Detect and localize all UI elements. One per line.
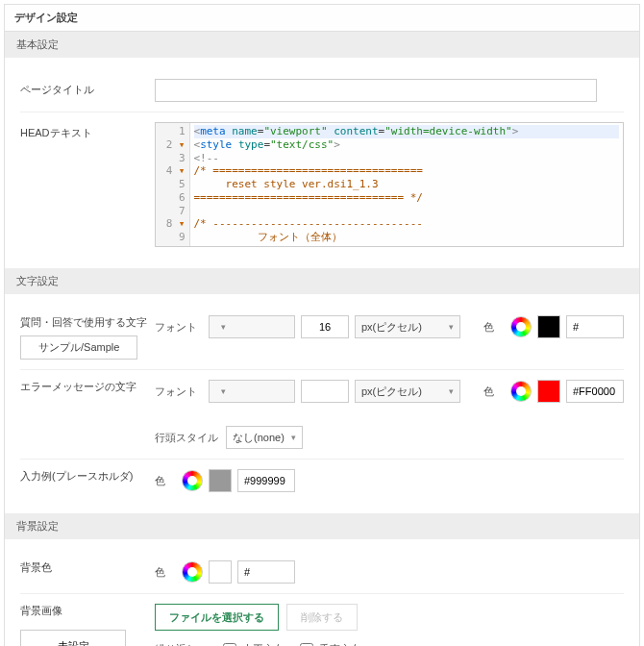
qa-color-hex-input[interactable] bbox=[566, 315, 624, 338]
color-wheel-icon[interactable] bbox=[510, 381, 532, 402]
qa-font-unit-select[interactable]: px(ピクセル) bbox=[355, 315, 460, 338]
ph-color-hex-input[interactable] bbox=[237, 469, 295, 492]
code-body[interactable]: <meta name="viewport" content="width=dev… bbox=[190, 123, 624, 246]
error-font-size-input[interactable] bbox=[301, 380, 349, 403]
repeat-v-label: 垂直方向 bbox=[319, 642, 361, 646]
color-wheel-icon[interactable] bbox=[182, 470, 203, 491]
font-sublabel: フォント bbox=[155, 385, 197, 399]
error-color-hex-input[interactable] bbox=[566, 380, 624, 403]
error-font-unit-select[interactable]: px(ピクセル) bbox=[355, 380, 460, 403]
error-font-family-select[interactable] bbox=[209, 380, 295, 403]
section-bg-header: 背景設定 bbox=[5, 513, 639, 539]
qa-font-size-input[interactable] bbox=[301, 315, 349, 338]
head-text-editor[interactable]: 12 ▾34 ▾5678 ▾91011 ▾ <meta name="viewpo… bbox=[155, 122, 624, 247]
panel-title: デザイン設定 bbox=[5, 5, 639, 32]
bg-color-swatch[interactable] bbox=[209, 560, 232, 584]
ph-color-swatch[interactable] bbox=[209, 469, 232, 492]
repeat-h-label: 水平方向 bbox=[242, 642, 285, 646]
qa-color-swatch[interactable] bbox=[537, 315, 560, 338]
qa-font-family-select[interactable] bbox=[209, 315, 295, 338]
repeat-h-checkbox[interactable] bbox=[223, 643, 236, 647]
qa-color-label: 色 bbox=[483, 320, 499, 335]
repeat-v-checkbox[interactable] bbox=[300, 643, 313, 647]
bg-color-label: 背景色 bbox=[20, 560, 155, 575]
bgc-color-label: 色 bbox=[155, 565, 170, 580]
section-text-header: 文字設定 bbox=[5, 268, 639, 294]
qa-font-label: 質問・回答で使用する文字 bbox=[20, 315, 155, 330]
select-file-button[interactable]: ファイルを選択する bbox=[155, 604, 279, 631]
error-font-label: エラーメッセージの文字 bbox=[20, 380, 155, 394]
line-style-label: 行頭スタイル bbox=[155, 431, 218, 445]
page-title-input[interactable] bbox=[155, 79, 597, 102]
sample-button[interactable]: サンプル/Sample bbox=[20, 335, 137, 360]
line-style-select[interactable]: なし(none) bbox=[226, 426, 303, 449]
page-title-label: ページタイトル bbox=[20, 79, 155, 97]
error-color-label: 色 bbox=[483, 385, 499, 399]
ph-color-label: 色 bbox=[155, 474, 170, 488]
error-color-swatch[interactable] bbox=[537, 380, 560, 403]
color-wheel-icon[interactable] bbox=[510, 316, 532, 337]
bg-color-hex-input[interactable] bbox=[237, 560, 295, 584]
code-gutter: 12 ▾34 ▾5678 ▾91011 ▾ bbox=[156, 123, 190, 246]
bg-image-label: 背景画像 bbox=[20, 604, 155, 618]
section-basic-header: 基本設定 bbox=[5, 32, 639, 58]
color-wheel-icon[interactable] bbox=[182, 561, 203, 583]
font-sublabel: フォント bbox=[155, 320, 197, 335]
head-text-label: HEADテキスト bbox=[20, 122, 155, 140]
placeholder-label: 入力例(プレースホルダ) bbox=[20, 469, 155, 484]
repeat-label: 繰り返し bbox=[155, 642, 208, 646]
bg-unset-button[interactable]: 未設定 bbox=[20, 630, 126, 646]
delete-file-button: 削除する bbox=[286, 604, 358, 631]
